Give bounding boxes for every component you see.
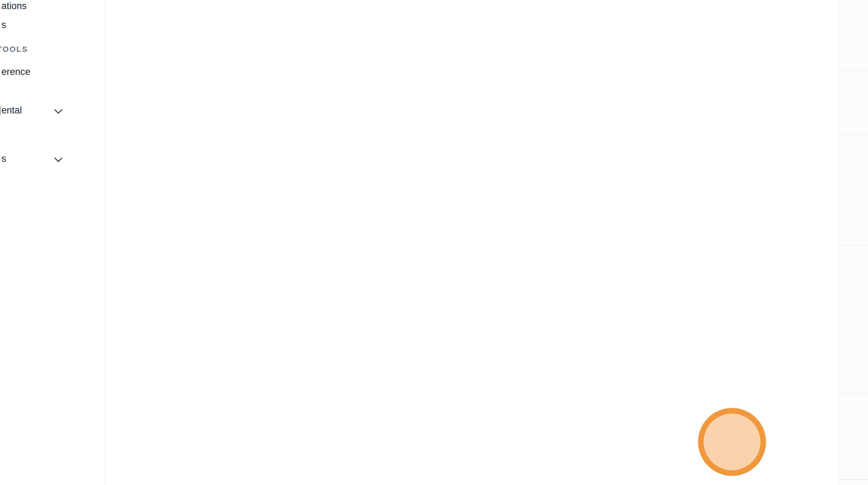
- sidebar: ations s TOOLS erence ental s: [0, 0, 105, 485]
- sidebar-section-tools: TOOLS: [0, 45, 28, 54]
- chevron-down-icon[interactable]: [54, 105, 62, 114]
- page-background-strip: [838, 0, 868, 485]
- sidebar-item-logs[interactable]: s: [1, 20, 6, 30]
- sidebar-item-label: ental: [1, 105, 22, 116]
- sidebar-item-label: ations: [1, 1, 27, 11]
- sidebar-item-inference[interactable]: erence: [1, 67, 30, 77]
- cut-letter-stroke: [0, 106, 0, 115]
- add-model-form: [105, 0, 838, 485]
- sidebar-item-label: s: [1, 153, 6, 164]
- sidebar-item-settings[interactable]: s: [1, 153, 6, 164]
- sidebar-item-organizations[interactable]: ations: [1, 1, 27, 12]
- sidebar-item-label: s: [1, 20, 6, 30]
- sidebar-item-experimental[interactable]: ental: [1, 105, 22, 116]
- sidebar-item-label: erence: [1, 67, 30, 77]
- chevron-down-icon[interactable]: [54, 154, 62, 162]
